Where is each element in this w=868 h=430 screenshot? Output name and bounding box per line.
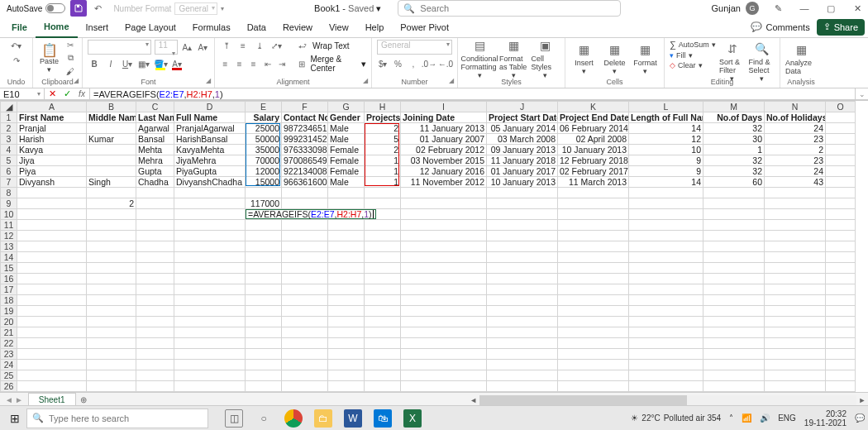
cell-C24[interactable] xyxy=(136,360,174,370)
sheet-nav-next[interactable]: ► xyxy=(15,395,23,404)
cell-F20[interactable] xyxy=(282,317,328,327)
cell-B4[interactable] xyxy=(87,145,136,155)
cell-M7[interactable]: 60 xyxy=(703,177,765,188)
cell-F21[interactable] xyxy=(282,327,328,338)
cell-L16[interactable] xyxy=(629,274,703,284)
cell-L2[interactable]: 14 xyxy=(629,123,703,134)
cut-button[interactable]: ✂ xyxy=(64,39,77,50)
cell-C21[interactable] xyxy=(136,327,174,338)
cell-C8[interactable] xyxy=(136,188,174,198)
cell-B14[interactable] xyxy=(87,252,136,263)
cell-C4[interactable]: Mehta xyxy=(136,145,174,155)
column-header-L[interactable]: L xyxy=(629,102,703,112)
cell-K17[interactable] xyxy=(558,284,629,295)
cell-E7[interactable]: 15000 xyxy=(246,177,282,188)
cell-O24[interactable] xyxy=(826,360,856,370)
cell-N26[interactable] xyxy=(765,381,826,392)
cell-N12[interactable] xyxy=(765,231,826,241)
cell-L7[interactable]: 14 xyxy=(629,177,703,188)
cell-D6[interactable]: PiyaGupta xyxy=(174,166,246,177)
cell-F11[interactable] xyxy=(282,220,328,231)
cell-F15[interactable] xyxy=(282,263,328,274)
cell-O17[interactable] xyxy=(826,284,856,295)
cell-C9[interactable] xyxy=(136,198,174,209)
increase-font-button[interactable]: A▴ xyxy=(181,41,193,53)
cell-M8[interactable] xyxy=(703,188,765,198)
format-cells-button[interactable]: ▦Format▾ xyxy=(632,41,659,75)
cell-D9[interactable] xyxy=(174,198,246,209)
cell-G25[interactable] xyxy=(328,370,365,381)
cell-E14[interactable] xyxy=(246,252,282,263)
cell-M17[interactable] xyxy=(703,284,765,295)
cell-N19[interactable] xyxy=(765,306,826,317)
cell-K26[interactable] xyxy=(558,381,629,392)
cell-D26[interactable] xyxy=(174,381,246,392)
align-left-button[interactable]: ≡ xyxy=(220,58,231,69)
cell-F9[interactable] xyxy=(282,198,328,209)
cell-L6[interactable]: 9 xyxy=(629,166,703,177)
cell-A1[interactable]: First Name xyxy=(17,112,87,123)
cell-K12[interactable] xyxy=(558,231,629,241)
cell-C6[interactable]: Gupta xyxy=(136,166,174,177)
row-header-10[interactable]: 10 xyxy=(1,209,17,220)
cell-K13[interactable] xyxy=(558,241,629,252)
tab-review[interactable]: Review xyxy=(274,17,321,38)
cell-A24[interactable] xyxy=(17,360,87,370)
increase-indent-button[interactable]: ⇥ xyxy=(276,58,287,69)
cell-L22[interactable] xyxy=(629,338,703,349)
row-header-20[interactable]: 20 xyxy=(1,317,17,327)
cell-F8[interactable] xyxy=(282,188,328,198)
cell-N20[interactable] xyxy=(765,317,826,327)
cell-L15[interactable] xyxy=(629,263,703,274)
cell-L1[interactable]: Length of Full Names xyxy=(629,112,703,123)
cell-I6[interactable]: 12 January 2016 xyxy=(401,166,487,177)
cell-M24[interactable] xyxy=(703,360,765,370)
cell-J12[interactable] xyxy=(487,231,558,241)
cell-D4[interactable]: KavyaMehta xyxy=(174,145,246,155)
task-view-button[interactable]: ◫ xyxy=(225,409,243,428)
tab-formulas[interactable]: Formulas xyxy=(184,17,239,38)
tab-insert[interactable]: Insert xyxy=(78,17,117,38)
cell-L3[interactable]: 12 xyxy=(629,134,703,145)
cell-J11[interactable] xyxy=(487,220,558,231)
cell-G9[interactable] xyxy=(328,198,365,209)
cell-B12[interactable] xyxy=(87,231,136,241)
cell-H23[interactable] xyxy=(365,349,401,360)
row-header-3[interactable]: 3 xyxy=(1,134,17,145)
cell-J13[interactable] xyxy=(487,241,558,252)
ribbon-mode-icon[interactable]: ✎ xyxy=(770,1,785,16)
cell-B19[interactable] xyxy=(87,306,136,317)
cell-H12[interactable] xyxy=(365,231,401,241)
tab-page-layout[interactable]: Page Layout xyxy=(117,17,184,38)
cell-F16[interactable] xyxy=(282,274,328,284)
cell-N7[interactable]: 43 xyxy=(765,177,826,188)
cell-C12[interactable] xyxy=(136,231,174,241)
cell-O11[interactable] xyxy=(826,220,856,231)
cell-A14[interactable] xyxy=(17,252,87,263)
cell-E17[interactable] xyxy=(246,284,282,295)
cell-O18[interactable] xyxy=(826,295,856,306)
cell-M26[interactable] xyxy=(703,381,765,392)
cell-H5[interactable]: 1 xyxy=(365,155,401,166)
cell-C20[interactable] xyxy=(136,317,174,327)
weather-widget[interactable]: ☀ 22°C Polluted air 354 xyxy=(631,413,721,423)
cell-J8[interactable] xyxy=(487,188,558,198)
cell-N14[interactable] xyxy=(765,252,826,263)
cell-A18[interactable] xyxy=(17,295,87,306)
cell-D1[interactable]: Full Name xyxy=(174,112,246,123)
cell-N17[interactable] xyxy=(765,284,826,295)
expand-formula-bar-button[interactable]: ⌄ xyxy=(855,88,868,99)
delete-cells-button[interactable]: ▦Delete▾ xyxy=(601,41,628,75)
cell-G16[interactable] xyxy=(328,274,365,284)
cell-O3[interactable] xyxy=(826,134,856,145)
maximize-button[interactable]: ▢ xyxy=(823,1,838,16)
cell-E15[interactable] xyxy=(246,263,282,274)
cell-N3[interactable]: 23 xyxy=(765,134,826,145)
cell-C18[interactable] xyxy=(136,295,174,306)
tab-data[interactable]: Data xyxy=(239,17,274,38)
cell-C3[interactable]: Bansal xyxy=(136,134,174,145)
cell-B22[interactable] xyxy=(87,338,136,349)
cell-M9[interactable] xyxy=(703,198,765,209)
analyze-data-button[interactable]: ▦Analyze Data xyxy=(785,41,817,75)
column-header-A[interactable]: A xyxy=(17,102,87,112)
